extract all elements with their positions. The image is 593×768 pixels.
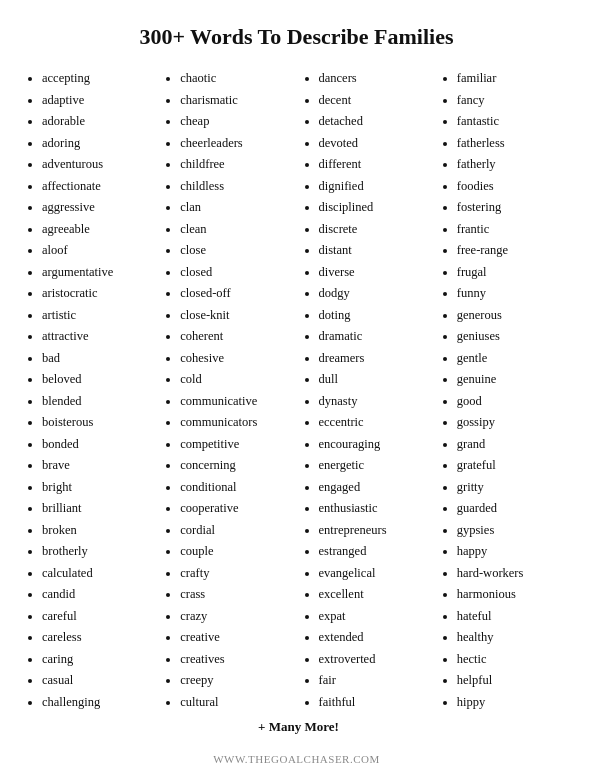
- column-3: dancersdecentdetacheddevoteddifferentdig…: [297, 68, 435, 713]
- list-item: doting: [319, 305, 431, 327]
- list-item: casual: [42, 670, 154, 692]
- list-item: coherent: [180, 326, 292, 348]
- column-2: chaoticcharismaticcheapcheerleaderschild…: [158, 68, 296, 713]
- list-item: grateful: [457, 455, 569, 477]
- list-item: crazy: [180, 606, 292, 628]
- list-item: careless: [42, 627, 154, 649]
- list-item: adorable: [42, 111, 154, 133]
- list-item: candid: [42, 584, 154, 606]
- list-item: gossipy: [457, 412, 569, 434]
- columns-wrapper: acceptingadaptiveadorableadoringadventur…: [20, 68, 573, 713]
- list-item: couple: [180, 541, 292, 563]
- list-item: extroverted: [319, 649, 431, 671]
- list-item: crass: [180, 584, 292, 606]
- more-label: + Many More!: [254, 719, 339, 735]
- list-item: energetic: [319, 455, 431, 477]
- column-4: familiarfancyfantasticfatherlessfatherly…: [435, 68, 573, 713]
- list-item: hippy: [457, 692, 569, 714]
- list-item: frugal: [457, 262, 569, 284]
- list-item: gritty: [457, 477, 569, 499]
- list-item: adventurous: [42, 154, 154, 176]
- list-item: accepting: [42, 68, 154, 90]
- list-item: artistic: [42, 305, 154, 327]
- list-item: communicators: [180, 412, 292, 434]
- list-item: cordial: [180, 520, 292, 542]
- list-item: discrete: [319, 219, 431, 241]
- list-item: fancy: [457, 90, 569, 112]
- list-item: close-knit: [180, 305, 292, 327]
- list-item: extended: [319, 627, 431, 649]
- list-item: gypsies: [457, 520, 569, 542]
- list-item: good: [457, 391, 569, 413]
- list-item: hectic: [457, 649, 569, 671]
- list-item: cheerleaders: [180, 133, 292, 155]
- list-item: brave: [42, 455, 154, 477]
- list-item: boisterous: [42, 412, 154, 434]
- list-item: childfree: [180, 154, 292, 176]
- list-item: funny: [457, 283, 569, 305]
- list-item: harmonious: [457, 584, 569, 606]
- list-item: beloved: [42, 369, 154, 391]
- list-item: clan: [180, 197, 292, 219]
- list-item: fatherly: [457, 154, 569, 176]
- list-item: genuine: [457, 369, 569, 391]
- list-item: creative: [180, 627, 292, 649]
- list-item: hard-workers: [457, 563, 569, 585]
- list-item: frantic: [457, 219, 569, 241]
- column-1: acceptingadaptiveadorableadoringadventur…: [20, 68, 158, 713]
- list-item: excellent: [319, 584, 431, 606]
- list-item: geniuses: [457, 326, 569, 348]
- list-item: familiar: [457, 68, 569, 90]
- list-item: hateful: [457, 606, 569, 628]
- list-item: fantastic: [457, 111, 569, 133]
- list-item: decent: [319, 90, 431, 112]
- list-item: happy: [457, 541, 569, 563]
- list-item: entrepreneurs: [319, 520, 431, 542]
- list-item: engaged: [319, 477, 431, 499]
- list-item: adaptive: [42, 90, 154, 112]
- list-item: bright: [42, 477, 154, 499]
- list-item: attractive: [42, 326, 154, 348]
- list-item: caring: [42, 649, 154, 671]
- list-item: evangelical: [319, 563, 431, 585]
- list-item: blended: [42, 391, 154, 413]
- list-item: creepy: [180, 670, 292, 692]
- list-item: dodgy: [319, 283, 431, 305]
- list-item: generous: [457, 305, 569, 327]
- footer-url: WWW.THEGOALCHASER.COM: [213, 753, 380, 765]
- list-item: adoring: [42, 133, 154, 155]
- list-item: encouraging: [319, 434, 431, 456]
- list-item: closed: [180, 262, 292, 284]
- list-item: faithful: [319, 692, 431, 714]
- list-item: helpful: [457, 670, 569, 692]
- list-item: agreeable: [42, 219, 154, 241]
- list-item: dull: [319, 369, 431, 391]
- list-item: dancers: [319, 68, 431, 90]
- list-item: expat: [319, 606, 431, 628]
- list-item: brilliant: [42, 498, 154, 520]
- list-item: guarded: [457, 498, 569, 520]
- list-item: cultural: [180, 692, 292, 714]
- list-item: childless: [180, 176, 292, 198]
- list-item: foodies: [457, 176, 569, 198]
- list-item: distant: [319, 240, 431, 262]
- list-item: concerning: [180, 455, 292, 477]
- list-item: bonded: [42, 434, 154, 456]
- list-item: argumentative: [42, 262, 154, 284]
- list-item: creatives: [180, 649, 292, 671]
- list-item: aggressive: [42, 197, 154, 219]
- list-item: careful: [42, 606, 154, 628]
- list-item: aristocratic: [42, 283, 154, 305]
- list-item: closed-off: [180, 283, 292, 305]
- list-item: free-range: [457, 240, 569, 262]
- list-item: different: [319, 154, 431, 176]
- list-item: fair: [319, 670, 431, 692]
- list-item: gentle: [457, 348, 569, 370]
- list-item: fostering: [457, 197, 569, 219]
- list-item: dramatic: [319, 326, 431, 348]
- list-item: chaotic: [180, 68, 292, 90]
- list-item: dignified: [319, 176, 431, 198]
- list-item: enthusiastic: [319, 498, 431, 520]
- list-item: bad: [42, 348, 154, 370]
- list-item: close: [180, 240, 292, 262]
